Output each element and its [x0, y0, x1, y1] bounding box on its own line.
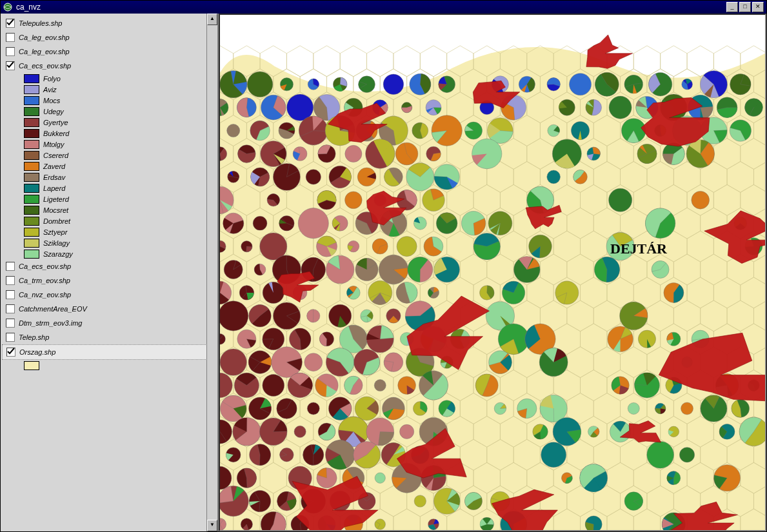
legend-label: Bukkerd	[43, 130, 69, 137]
scroll-down-icon[interactable]: ▼	[207, 520, 217, 531]
legend-row: Erdsav	[24, 172, 216, 182]
app-window: ca_nvz _ □ ✕ Telepules.shpCa_leg_eov.shp…	[0, 0, 767, 532]
layer-label: Ca_leg_eov.shp	[19, 48, 70, 55]
svg-point-739	[681, 402, 693, 415]
layer-row[interactable]: Ca_ecs_eov.shp	[2, 59, 216, 73]
layer-list: Telepules.shpCa_leg_eov.shpCa_leg_eov.sh…	[1, 14, 217, 373]
legend-swatch	[24, 118, 39, 127]
layer-row[interactable]: Orszag.shp	[2, 344, 216, 360]
layer-row[interactable]: Ca_trm_eov.shp	[2, 273, 216, 288]
layer-label: Orszag.shp	[19, 348, 55, 356]
legend-row: Mocs	[24, 95, 216, 106]
maximize-button[interactable]: □	[739, 2, 751, 12]
legend-row: Zaverd	[24, 161, 216, 172]
layer-checkbox[interactable]	[6, 262, 15, 271]
legend-label: Aviz	[43, 86, 57, 94]
legend-label: Gyertye	[43, 119, 68, 126]
legend-swatch	[24, 361, 39, 370]
legend-row: Bukkerd	[24, 128, 216, 139]
layer-row[interactable]: Ca_nvz_eov.shp	[2, 288, 216, 302]
map-canvas[interactable]: DEJTÁR	[219, 14, 766, 531]
svg-point-767	[647, 441, 674, 468]
legend-row: Aviz	[24, 84, 216, 95]
layer-row[interactable]: Ca_leg_eov.shp	[2, 44, 216, 59]
legend-row: Sziklagy	[24, 237, 216, 248]
titlebar[interactable]: ca_nvz _ □ ✕	[1, 1, 766, 14]
legend-label: Mocsret	[43, 206, 68, 214]
legend-swatch	[24, 250, 39, 259]
svg-point-716	[374, 380, 386, 391]
legend-row: Udegy	[24, 106, 216, 117]
legend-label: Zaverd	[43, 163, 65, 170]
svg-point-0	[4, 3, 12, 11]
layer-scrollbar[interactable]: ▲ ▼	[206, 14, 217, 531]
scroll-up-icon[interactable]: ▲	[207, 14, 217, 25]
svg-point-537	[383, 74, 404, 95]
svg-point-745	[294, 426, 306, 437]
legend-swatch	[24, 217, 39, 226]
layer-checkbox[interactable]	[6, 33, 15, 42]
minimize-button[interactable]: _	[726, 2, 738, 12]
layer-label: Ca_leg_eov.shp	[19, 34, 70, 41]
legend-row: Szarazgy	[24, 248, 216, 259]
layer-label: Dtm_strm_eov3.img	[19, 319, 82, 327]
layer-row[interactable]: Dtm_strm_eov3.img	[2, 316, 216, 330]
layer-checkbox[interactable]	[6, 61, 15, 70]
legend-row: Ligeterd	[24, 193, 216, 204]
legend-row: Csererd	[24, 150, 216, 161]
svg-point-626	[298, 208, 328, 239]
svg-point-698	[220, 349, 246, 375]
legend-row: Sztyepr	[24, 226, 216, 237]
layer-checkbox[interactable]	[6, 276, 15, 285]
legend-label: Laperd	[43, 184, 65, 192]
close-button[interactable]: ✕	[752, 2, 764, 12]
legend-swatch	[24, 107, 39, 116]
legend-swatch	[24, 129, 39, 138]
svg-point-768	[679, 448, 694, 462]
layer-row[interactable]: Ca_leg_eov.shp	[2, 30, 216, 44]
layer-checkbox[interactable]	[6, 304, 15, 313]
legend-swatch	[24, 228, 39, 237]
svg-point-543	[569, 74, 591, 95]
layer-label: Ca_nvz_eov.shp	[19, 291, 71, 299]
layer-checkbox[interactable]	[6, 348, 15, 357]
map-svg	[220, 15, 765, 530]
svg-point-622	[692, 191, 710, 209]
layer-label: Ca_trm_eov.shp	[19, 277, 70, 284]
legend-label: Mocs	[43, 97, 60, 104]
legend-row: Mocsret	[24, 204, 216, 215]
legend-swatch	[24, 173, 39, 182]
legend-row: Laperd	[24, 182, 216, 193]
layer-row[interactable]: Telep.shp	[2, 330, 216, 344]
legend-label: Mtolgy	[43, 141, 64, 148]
svg-point-569	[227, 124, 240, 137]
legend-label: Csererd	[43, 152, 68, 159]
svg-point-712	[263, 375, 284, 397]
window-controls: _ □ ✕	[726, 2, 764, 12]
svg-point-787	[414, 495, 426, 507]
layer-checkbox[interactable]	[6, 47, 15, 56]
layer-row[interactable]: CatchmentArea_EOV	[2, 302, 216, 316]
legend-row: Folyo	[24, 73, 216, 84]
svg-point-774	[375, 473, 385, 483]
legend-swatch	[24, 206, 39, 215]
layer-checkbox[interactable]	[6, 319, 15, 328]
svg-point-642	[397, 237, 417, 257]
svg-point-611	[547, 170, 561, 184]
layer-row[interactable]: Ca_ecs_eov.shp	[2, 259, 216, 273]
legend-swatch	[24, 162, 39, 171]
layer-checkbox[interactable]	[6, 290, 15, 299]
svg-point-563	[609, 96, 632, 119]
legend-swatch	[24, 85, 39, 94]
svg-point-737	[628, 402, 639, 414]
legend-label: Folyo	[43, 75, 61, 83]
layer-checkbox[interactable]	[6, 19, 15, 28]
legend-label: Szarazgy	[43, 250, 73, 258]
svg-point-701	[304, 353, 323, 371]
svg-point-749	[400, 424, 414, 438]
layer-row[interactable]: Telepules.shp	[2, 16, 216, 30]
legend-swatch	[24, 96, 39, 105]
layer-legend: FolyoAvizMocsUdegyGyertyeBukkerdMtolgyCs…	[24, 73, 216, 259]
layer-label: Ca_ecs_eov.shp	[19, 62, 71, 70]
layer-checkbox[interactable]	[6, 333, 15, 342]
